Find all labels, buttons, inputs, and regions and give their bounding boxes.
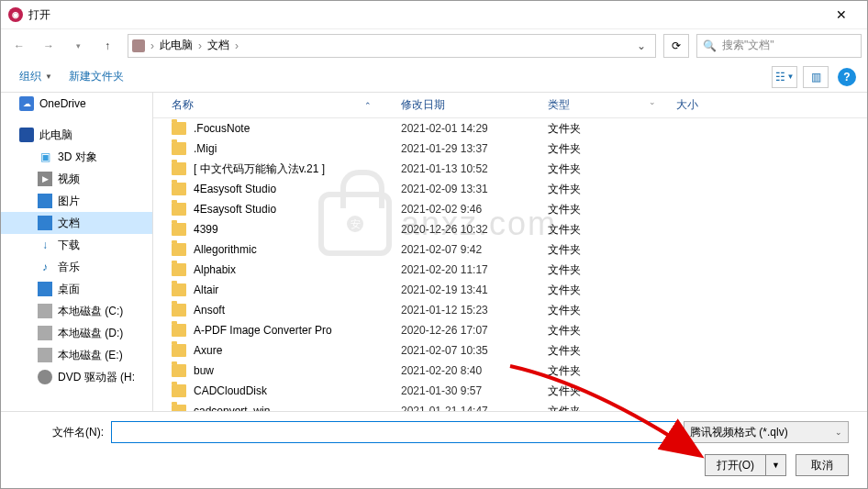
organize-button[interactable]: 组织▼ [12, 65, 60, 88]
file-name: cadconvert_win [194, 405, 401, 411]
file-row[interactable]: CADCloudDisk2021-01-30 9:57文件夹 [153, 381, 867, 401]
chevron-right-icon: › [149, 39, 156, 52]
open-button[interactable]: 打开(O)▼ [705, 454, 786, 476]
tree-downloads[interactable]: ↓下载 [1, 234, 152, 256]
tree-pictures[interactable]: 图片 [1, 190, 152, 212]
file-row[interactable]: [ 中文代码万能输入法v.21 ]2021-01-13 10:52文件夹 [153, 159, 867, 179]
file-name: Axure [194, 344, 401, 357]
chevron-right-icon: › [233, 39, 240, 52]
chevron-right-icon: › [196, 39, 204, 52]
file-row[interactable]: Allegorithmic2021-02-07 9:42文件夹 [153, 239, 867, 260]
tree-desktop[interactable]: 桌面 [1, 278, 152, 300]
search-placeholder: 搜索"文档" [722, 38, 774, 53]
file-name: .FocusNote [194, 122, 401, 135]
folder-icon [172, 304, 186, 317]
disk-icon [38, 304, 52, 318]
filename-label: 文件名(N): [19, 425, 111, 440]
picture-icon [38, 194, 52, 208]
tree-onedrive[interactable]: ☁OneDrive [1, 93, 152, 115]
file-list[interactable]: 安 anxz.com .FocusNote2021-02-01 14:29文件夹… [153, 118, 867, 411]
document-icon [38, 216, 52, 230]
folder-icon [172, 122, 186, 135]
crumb-folder[interactable]: 文档 [204, 38, 233, 53]
tree-disk-c[interactable]: 本地磁盘 (C:) [1, 300, 152, 322]
refresh-button[interactable]: ⟳ [663, 34, 689, 58]
file-row[interactable]: buw2021-02-20 8:40文件夹 [153, 361, 867, 381]
file-name: Altair [194, 283, 401, 296]
folder-icon [172, 223, 186, 236]
file-name: buw [194, 364, 401, 377]
file-type: 文件夹 [548, 404, 667, 412]
col-size[interactable]: 大小 [665, 97, 739, 113]
folder-icon [172, 162, 186, 175]
file-name: 4Easysoft Studio [194, 183, 401, 195]
file-date: 2021-01-21 14:47 [401, 405, 548, 411]
file-name: Alphabix [194, 263, 401, 276]
folder-icon [172, 203, 186, 216]
file-date: 2021-02-07 10:35 [401, 344, 548, 357]
tree-disk-d[interactable]: 本地磁盘 (D:) [1, 322, 152, 344]
file-filter-dropdown[interactable]: 腾讯视频格式 (*.qlv)⌄ [684, 421, 849, 443]
recent-dropdown[interactable]: ▾ [65, 34, 91, 58]
cloud-icon: ☁ [19, 96, 34, 111]
file-type: 文件夹 [548, 303, 667, 318]
title-bar: ◉ 打开 ✕ [1, 1, 867, 28]
help-icon[interactable]: ? [838, 68, 856, 86]
column-headers: 名称⌃ 修改日期 类型⌄ 大小 [153, 93, 867, 118]
cancel-button[interactable]: 取消 [796, 454, 849, 476]
tree-dvd[interactable]: DVD 驱动器 (H: [1, 366, 152, 388]
file-name: .Migi [194, 142, 401, 155]
dvd-icon [38, 370, 52, 384]
new-folder-button[interactable]: 新建文件夹 [61, 65, 131, 88]
address-dropdown-icon[interactable]: ⌄ [631, 39, 651, 52]
tree-documents[interactable]: 文档 [1, 212, 152, 234]
file-type: 文件夹 [548, 202, 667, 217]
tree-disk-e[interactable]: 本地磁盘 (E:) [1, 344, 152, 366]
file-date: 2021-01-12 15:23 [401, 304, 548, 317]
file-row[interactable]: Ansoft2021-01-12 15:23文件夹 [153, 300, 867, 320]
up-button[interactable]: ↑ [95, 34, 120, 58]
window-title: 打开 [28, 7, 823, 23]
file-row[interactable]: 4Esaysoft Studio2021-02-02 9:46文件夹 [153, 199, 867, 219]
tree-music[interactable]: ♪音乐 [1, 256, 152, 278]
col-name[interactable]: 名称⌃ [161, 97, 390, 113]
file-row[interactable]: 43992020-12-26 10:32文件夹 [153, 219, 867, 239]
file-type: 文件夹 [548, 182, 667, 197]
disk-icon [38, 326, 52, 340]
file-type: 文件夹 [548, 161, 667, 177]
col-date[interactable]: 修改日期 [390, 97, 537, 113]
file-pane: 名称⌃ 修改日期 类型⌄ 大小 安 anxz.com .FocusNote202… [153, 93, 867, 411]
bottom-panel: 文件名(N): 腾讯视频格式 (*.qlv)⌄ 打开(O)▼ 取消 [1, 411, 867, 488]
view-mode-button[interactable]: ☷ ▼ [772, 66, 797, 88]
filename-input[interactable] [111, 421, 676, 443]
file-row[interactable]: .Migi2021-01-29 13:37文件夹 [153, 139, 867, 159]
file-row[interactable]: Alphabix2021-02-20 11:17文件夹 [153, 260, 867, 280]
tree-thispc[interactable]: 此电脑 [1, 124, 152, 146]
address-bar[interactable]: › 此电脑 › 文档 › ⌄ [128, 34, 656, 58]
file-row[interactable]: Axure2021-02-07 10:35文件夹 [153, 340, 867, 361]
file-row[interactable]: cadconvert_win2021-01-21 14:47文件夹 [153, 401, 867, 411]
crumb-root[interactable]: 此电脑 [156, 38, 196, 53]
file-name: Ansoft [194, 304, 401, 317]
nav-bar: ← → ▾ ↑ › 此电脑 › 文档 › ⌄ ⟳ 🔍 搜索"文档" [1, 28, 867, 61]
file-row[interactable]: .FocusNote2021-02-01 14:29文件夹 [153, 118, 867, 139]
file-row[interactable]: 4Easysoft Studio2021-02-09 13:31文件夹 [153, 179, 867, 199]
file-type: 文件夹 [548, 343, 667, 359]
file-name: [ 中文代码万能输入法v.21 ] [194, 161, 401, 177]
folder-icon [172, 364, 186, 377]
folder-icon [172, 384, 186, 397]
file-row[interactable]: Altair2021-02-19 13:41文件夹 [153, 280, 867, 300]
col-type[interactable]: 类型⌄ [537, 97, 665, 113]
back-button[interactable]: ← [6, 34, 32, 58]
tree-video[interactable]: ▶视频 [1, 168, 152, 190]
tree-3d[interactable]: ▣3D 对象 [1, 146, 152, 168]
file-type: 文件夹 [548, 121, 667, 137]
search-input[interactable]: 🔍 搜索"文档" [696, 34, 862, 58]
main-area: ☁OneDrive 此电脑 ▣3D 对象 ▶视频 图片 文档 ↓下载 ♪音乐 桌… [1, 93, 867, 411]
download-icon: ↓ [38, 238, 52, 252]
file-row[interactable]: A-PDF Image Converter Pro2020-12-26 17:0… [153, 320, 867, 340]
file-date: 2021-02-07 9:42 [401, 243, 548, 256]
close-icon[interactable]: ✕ [823, 7, 860, 22]
preview-pane-button[interactable]: ▥ [803, 66, 829, 88]
folder-icon [172, 183, 186, 195]
